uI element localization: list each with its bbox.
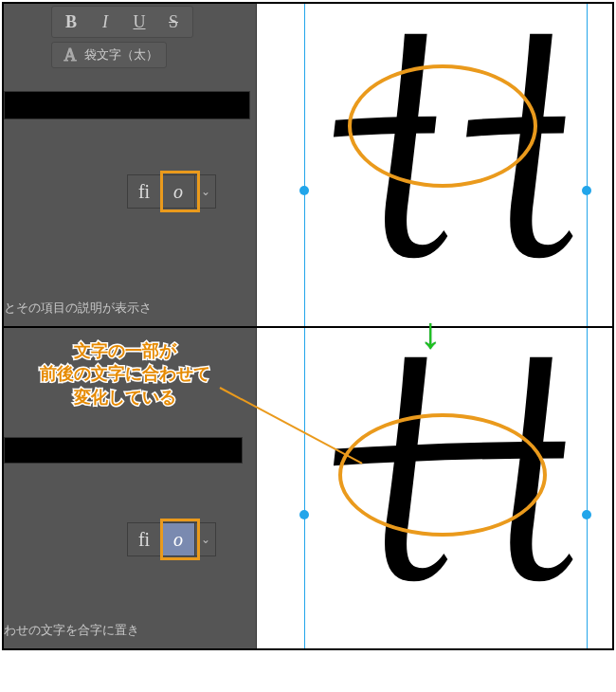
screenshot-after: fi o ⌄ わせの文字を合字に置き — [4, 326, 612, 648]
properties-panel: B I U S A 袋文字（太） fi o ⌄ とその項目の説明が表示さ — [4, 4, 257, 326]
strikethrough-button[interactable]: S — [158, 9, 189, 35]
glyph-preview — [257, 4, 612, 326]
tooltip-text: わせの文字を合字に置き — [4, 622, 139, 639]
underline-button[interactable]: U — [124, 9, 154, 35]
outline-text-button[interactable]: A 袋文字（太） — [51, 42, 167, 68]
ligature-buttons: fi o ⌄ — [127, 522, 216, 556]
tooltip-text: とその項目の説明が表示さ — [4, 300, 152, 317]
glyph-preview — [257, 328, 612, 648]
color-swatch-bar[interactable] — [4, 437, 243, 464]
outline-label: 袋文字（太） — [84, 46, 158, 64]
annotation-line1: 文字の一部が — [74, 341, 176, 360]
screenshot-before: B I U S A 袋文字（太） fi o ⌄ とその項目の説明が表示さ — [4, 4, 612, 326]
ligature-dropdown[interactable]: ⌄ — [195, 522, 216, 556]
contextual-alternates-button[interactable]: o — [161, 522, 195, 556]
outline-a-icon: A — [60, 45, 81, 65]
canvas-before[interactable] — [257, 4, 612, 326]
ligature-buttons: fi o ⌄ — [127, 174, 216, 209]
comparison-figure: B I U S A 袋文字（太） fi o ⌄ とその項目の説明が表示さ — [2, 2, 614, 650]
contextual-alternates-button[interactable]: o — [161, 174, 195, 209]
ligature-fi-button[interactable]: fi — [127, 522, 161, 556]
italic-button[interactable]: I — [90, 9, 120, 35]
annotation-line3: 変化している — [74, 388, 176, 407]
text-style-bar: B I U S — [51, 6, 193, 38]
canvas-after[interactable] — [257, 328, 612, 648]
annotation-line2: 前後の文字に合わせて — [40, 364, 210, 383]
color-swatch-bar[interactable] — [4, 91, 250, 119]
annotation-text: 文字の一部が 前後の文字に合わせて 変化している — [40, 339, 210, 409]
bold-button[interactable]: B — [56, 9, 86, 35]
ligature-fi-button[interactable]: fi — [127, 174, 161, 209]
ligature-dropdown[interactable]: ⌄ — [195, 174, 216, 209]
